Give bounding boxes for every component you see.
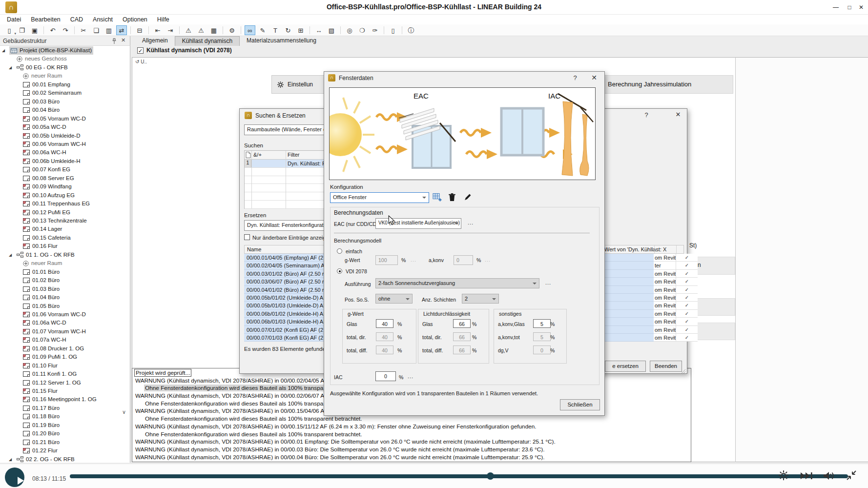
tree-item-01-20-büro[interactable]: 01.20 Büro (0, 429, 130, 438)
tree-item-01-05-büro[interactable]: 01.05 Büro (0, 302, 130, 310)
pin-icon[interactable] (111, 38, 117, 46)
play-button[interactable] (5, 468, 24, 487)
paste-icon[interactable]: ▥ (103, 25, 114, 35)
a-konv-input[interactable]: 0 (454, 255, 473, 265)
tree-item-00-01-empfang[interactable]: 00.01 Empfang (0, 81, 130, 89)
tree-item-00-15-cafeteria[interactable]: 00.15 Cafeteria (0, 234, 130, 242)
tree-item-00-08-server-eg[interactable]: 00.08 Server EG (0, 174, 130, 183)
tree-item-01-09-pumi-1-og[interactable]: 01.09 PuMi 1. OG (0, 353, 130, 361)
tree-item-00-06a-wc-h[interactable]: 00.06a WC-H (0, 148, 130, 157)
selection-icon[interactable]: ▧ (326, 25, 337, 35)
g-wert-input[interactable]: 100 (375, 255, 398, 265)
tree-item-00-16-flur[interactable]: 00.16 Flur (0, 242, 130, 250)
tab-allgemein[interactable]: Allgemein (135, 36, 175, 46)
maximize-button[interactable]: □ (844, 3, 855, 12)
print-icon[interactable]: ⊟ (134, 25, 145, 35)
tree-item-01-17-büro[interactable]: 01.17 Büro (0, 404, 130, 412)
field-input-glas[interactable]: 66 (453, 319, 471, 328)
tree-item-00-14-lager[interactable]: 00.14 Lager (0, 225, 130, 233)
expander-icon[interactable]: ◢ (9, 457, 12, 462)
tree-item-01-1-og-ok-rfb[interactable]: ◢01 1. OG - OK RFB (0, 251, 130, 259)
expander-icon[interactable]: ◢ (9, 65, 12, 70)
menu-bearbeiten[interactable]: Bearbeiten (26, 16, 65, 23)
tree-item-00-02-seminarraum[interactable]: 00.02 Seminarraum (0, 89, 130, 97)
tree-item-00-05-vorraum-wc-d[interactable]: 00.05 Vorraum WC-D (0, 115, 130, 123)
log-line[interactable]: Ohne Fensterdatenkonfiguration wird dies… (134, 431, 691, 439)
vdi-2078-radio[interactable] (337, 268, 342, 274)
result-check-icon[interactable]: ✓ (676, 262, 698, 269)
export-icon[interactable]: ⇥ (165, 25, 176, 35)
tree-item-01-04-büro[interactable]: 01.04 Büro (0, 293, 130, 302)
menu-cad[interactable]: CAD (65, 16, 88, 23)
result-check-icon[interactable]: ✓ (676, 334, 698, 342)
ausfuehrung-more-button[interactable]: ... (544, 280, 553, 285)
width-icon[interactable]: ↔ (313, 25, 324, 35)
tree-item-01-01-büro[interactable]: 01.01 Büro (0, 268, 130, 276)
iac-more-button[interactable]: ... (406, 373, 415, 379)
save-icon[interactable]: ▣ (29, 25, 40, 35)
field-input-a-konv-glas[interactable]: 5 (533, 319, 551, 328)
result-check-icon[interactable]: ✓ (676, 286, 698, 294)
rotate-icon[interactable]: ↻ (283, 25, 293, 35)
tree-item-00-11-treppenhaus-eg[interactable]: 00.11 Treppenhaus EG (0, 200, 130, 208)
ausfuehrung-select[interactable]: 2-fach Sonnenschutzverglasung (375, 278, 539, 288)
new-configuration-icon[interactable] (433, 193, 442, 203)
tree-item-01-22-flur[interactable]: 01.22 Flur (0, 447, 130, 455)
playback-speed-icon[interactable] (800, 471, 813, 481)
iac-input[interactable]: 0 (375, 371, 396, 381)
check-warning-icon[interactable]: ⚠ (183, 25, 194, 35)
einfach-radio[interactable] (337, 248, 342, 254)
replace-all-button[interactable]: e ersetzen (605, 361, 646, 372)
tree-item-01-15-flur[interactable]: 01.15 Flur (0, 387, 130, 395)
tree-item-00-09-windfang[interactable]: 00.09 Windfang (0, 183, 130, 191)
report-icon[interactable]: ▦ (208, 25, 219, 35)
close-icon[interactable]: ✕ (589, 74, 599, 81)
tree-item-00-eg-ok-rfb[interactable]: ◢00 EG - OK RFB (0, 63, 130, 72)
cooling-load-checkbox[interactable]: ✓ (137, 47, 144, 54)
tree-item-neuer-raum[interactable]: neuer Raum (0, 259, 130, 267)
expander-icon[interactable]: ◢ (2, 48, 5, 53)
tree-item-01-18-büro[interactable]: 01.18 Büro (0, 412, 130, 421)
log-line[interactable]: WARNUNG (Kühllast dynamisch, VDI 2078/AS… (134, 454, 691, 462)
pos-sos-select[interactable]: ohne (375, 294, 413, 304)
tree-item-01-12-server-1-og[interactable]: 01.12 Server 1. OG (0, 379, 130, 387)
result-check-icon[interactable]: ✓ (676, 270, 698, 278)
only-editable-checkbox[interactable] (244, 234, 250, 240)
pipette-icon[interactable]: ✑ (370, 25, 380, 35)
pencil-icon[interactable]: ✎ (257, 25, 268, 35)
expander-icon[interactable]: ◢ (9, 253, 12, 257)
menu-datei[interactable]: Datei (2, 16, 26, 23)
result-check-icon[interactable]: ✓ (676, 326, 698, 334)
tree-item-00-04-büro[interactable]: 00.04 Büro (0, 106, 130, 114)
copy-icon[interactable]: ❏ (91, 25, 102, 35)
link-icon[interactable]: ∞ (245, 25, 255, 35)
tree-item-01-16-meetingpoint-1-og[interactable]: 01.16 Meetingpoint 1. OG (0, 395, 130, 404)
tree-item-01-07a-wc-h[interactable]: 01.07a WC-H (0, 336, 130, 344)
tree-item-00-03-büro[interactable]: 00.03 Büro (0, 98, 130, 106)
close-button[interactable]: ✕ (855, 3, 867, 12)
menu-hilfe[interactable]: Hilfe (152, 16, 174, 23)
result-check-icon[interactable]: ✓ (676, 278, 698, 285)
tree-item-projekt-office-bsp-kühllast-[interactable]: ◢Projekt (Office-BSP-Kühllast) (0, 46, 130, 55)
log-line[interactable]: Ohne Fensterdatenkonfiguration wird dies… (134, 415, 691, 423)
konfiguration-select[interactable]: Office Fenster (330, 192, 429, 203)
trash-icon[interactable]: ▯ (388, 25, 398, 35)
zoom-icon[interactable]: ◎ (344, 25, 355, 35)
sync-icon[interactable]: ⇄ (116, 25, 127, 35)
import-icon[interactable]: ⇤ (152, 25, 163, 35)
tree-item-01-08-drucker-1-og[interactable]: 01.08 Drucker 1. OG (0, 345, 130, 353)
tree-scroll-down-icon[interactable]: ∨ (122, 409, 126, 415)
new-file-icon[interactable]: ▯▾ (4, 25, 15, 35)
field-input-glas[interactable]: 40 (376, 319, 393, 328)
anz-schichten-select[interactable]: 2 (462, 294, 499, 304)
progress-bar[interactable] (70, 474, 848, 478)
beenden-button[interactable]: Beenden (650, 361, 682, 372)
tree-item-00-06-vorraum-wc-h[interactable]: 00.06 Vorraum WC-H (0, 140, 130, 148)
log-line[interactable]: WARNUNG (Kühllast dynamisch, VDI 2078/AS… (134, 438, 691, 446)
annual-simulation-button[interactable]: Berechnung Jahressimulation (603, 75, 733, 94)
minimize-button[interactable]: — (830, 3, 842, 12)
tree-item-01-03-büro[interactable]: 01.03 Büro (0, 285, 130, 293)
undo-icon[interactable]: ↶ (47, 25, 58, 35)
progress-handle[interactable] (487, 472, 494, 480)
redo-icon[interactable]: ↷ (60, 25, 71, 35)
